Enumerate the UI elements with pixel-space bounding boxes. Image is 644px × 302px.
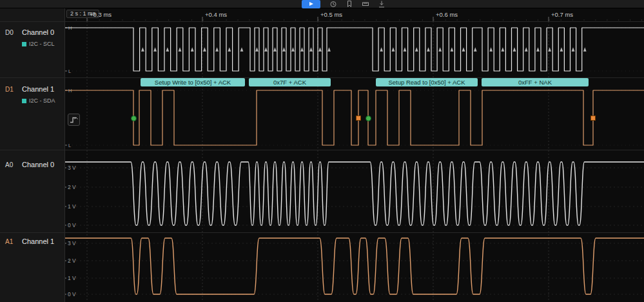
channel-id: D0 (5, 29, 14, 36)
channel-row-d0[interactable]: D0Channel 0I2C - SCL (5, 28, 63, 54)
voltage-label: 2 V (68, 184, 76, 190)
top-toolbar (0, 0, 644, 8)
voltage-label: 1 V (68, 275, 76, 281)
voltage-label: 1 V (68, 203, 76, 210)
digital-level-label: L (68, 68, 71, 74)
measure-button[interactable] (359, 0, 372, 8)
i2c-decode-bubble[interactable]: 0xFF + NAK (482, 78, 589, 86)
trigger-indicator-button[interactable] (68, 114, 80, 126)
channel-name: Channel 1 (22, 85, 54, 93)
channel-row-a1[interactable]: A1Channel 1 (5, 237, 63, 263)
channel-id: D1 (5, 86, 14, 93)
i2c-decode-bubble[interactable]: Setup Write to [0x50] + ACK (141, 78, 245, 86)
channel-name: Channel 0 (22, 28, 54, 36)
annotations-button[interactable] (343, 0, 356, 8)
capture-timer-button[interactable] (327, 0, 340, 8)
measure-icon (362, 0, 369, 8)
capture-timer-icon (329, 0, 337, 8)
analyzer-bullet-icon (22, 99, 26, 103)
row-separator (0, 77, 644, 78)
voltage-label: 0 V (68, 291, 76, 297)
channel-name: Channel 1 (22, 237, 54, 245)
channel-name: Channel 0 (22, 161, 54, 168)
time-tick-label: +0.6 ms (436, 11, 458, 18)
time-tick-label: +0.4 ms (205, 11, 227, 18)
channel-sidebar: D0Channel 0I2C - SCLD1Channel 1I2C - SDA… (0, 8, 64, 302)
sda-digital-trace (64, 90, 644, 145)
scl-digital-trace (64, 28, 644, 71)
voltage-label: 0 V (68, 222, 76, 228)
analyzer-bullet-icon (22, 42, 26, 46)
channel-row-d1[interactable]: D1Channel 1I2C - SDA (5, 85, 63, 111)
trigger-edge-icon (68, 114, 79, 125)
channel-row-a0[interactable]: A0Channel 0 (5, 161, 63, 186)
voltage-label: 3 V (68, 240, 76, 247)
sidebar-border (64, 8, 65, 302)
export-button[interactable] (375, 0, 388, 8)
export-icon (378, 0, 385, 8)
analyzer-label: I2C - SCL (22, 41, 55, 47)
logic-analyzer-app: HLHL3 V2 V1 V0 V3 V2 V1 V0 V Setup Write… (0, 0, 644, 302)
annotations-icon (346, 0, 353, 8)
row-separator (0, 21, 644, 22)
time-tick-label: +0.3 ms (90, 11, 112, 18)
row-separator (0, 232, 644, 233)
i2c-decode-bubble[interactable]: Setup Read to [0x50] + ACK (376, 78, 478, 86)
play-icon (309, 2, 313, 6)
digital-level-label: L (68, 143, 71, 148)
channel-id: A1 (5, 238, 13, 245)
voltage-label: 3 V (68, 165, 76, 171)
analyzer-label: I2C - SDA (22, 97, 55, 104)
scl-analog-trace (64, 162, 644, 225)
time-tick-label: +0.5 ms (320, 11, 342, 18)
channel-id: A0 (5, 161, 13, 168)
run-capture-button[interactable] (302, 0, 320, 8)
i2c-decode-bubble[interactable]: 0x7F + ACK (249, 78, 331, 86)
voltage-label: 2 V (68, 257, 76, 264)
time-tick-label: +0.7 ms (551, 11, 573, 18)
waveform-canvas[interactable]: HLHL3 V2 V1 V0 V3 V2 V1 V0 V (0, 0, 644, 302)
row-separator (0, 150, 644, 150)
sda-analog-trace (64, 238, 644, 294)
